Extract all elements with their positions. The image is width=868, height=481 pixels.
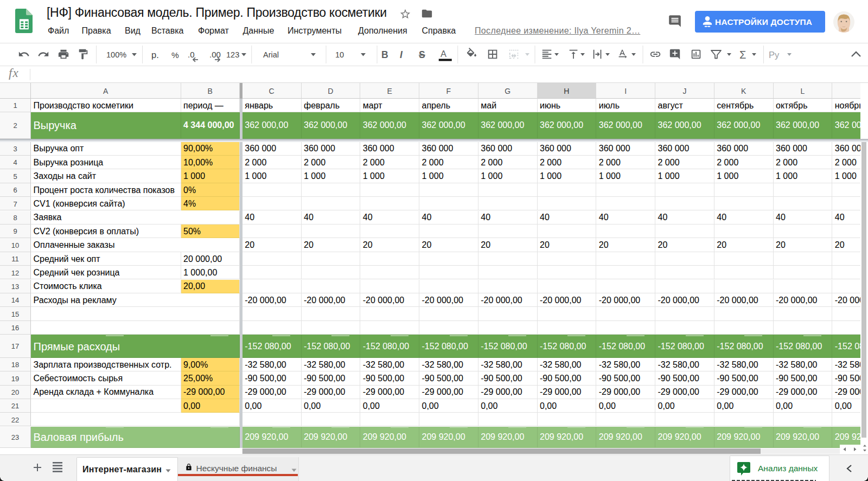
svg-text:I: I <box>400 49 403 60</box>
svg-text:B: B <box>381 49 388 60</box>
svg-text:.00: .00 <box>209 50 221 59</box>
svg-text:A: A <box>441 49 446 59</box>
svg-text:Σ: Σ <box>739 49 746 61</box>
svg-text:100%: 100% <box>106 50 126 59</box>
svg-text:S: S <box>419 49 425 60</box>
svg-text:p.: p. <box>151 50 159 60</box>
svg-text:Ру: Ру <box>769 50 780 60</box>
svg-text:Arial: Arial <box>263 50 279 59</box>
svg-text:123: 123 <box>226 50 239 59</box>
svg-text:10: 10 <box>335 50 344 59</box>
svg-text:%: % <box>171 50 179 60</box>
svg-text:.0: .0 <box>188 50 195 59</box>
